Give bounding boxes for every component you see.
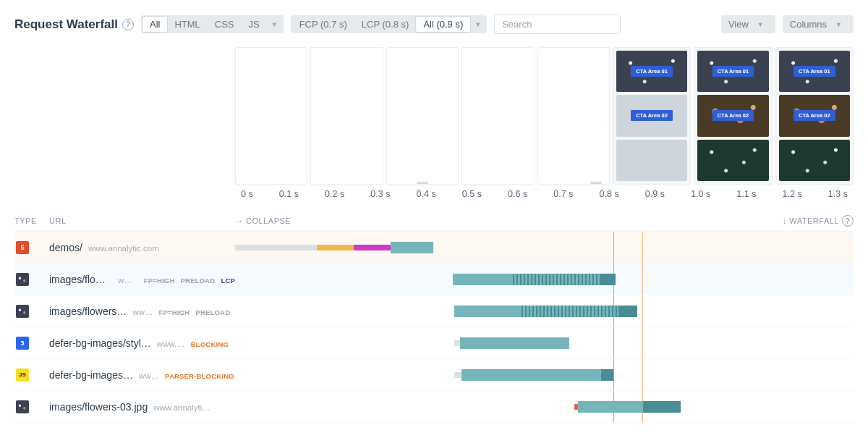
timing-segment: [354, 245, 391, 250]
filmstrip-frame[interactable]: CTA Area 01CTA Area 02: [694, 47, 772, 185]
fcp-marker: [613, 327, 614, 358]
column-waterfall[interactable]: ↓ WATERFALL ?: [783, 215, 854, 227]
request-host: ww…: [139, 371, 159, 380]
filmstrip-thumbnail: CTA Area 02: [779, 95, 850, 136]
request-tag: FP=HIGH: [144, 277, 175, 285]
cta-label: CTA Area 02: [631, 110, 673, 121]
resource-type-filter[interactable]: AllHTMLCSSJS▼: [141, 15, 284, 33]
lcp-marker: [642, 264, 643, 295]
timing-segment: [522, 306, 618, 317]
collapse-toggle[interactable]: → COLLAPSE: [235, 216, 291, 225]
header: Request Waterfall ? AllHTMLCSSJS▼ FCP (0…: [14, 14, 854, 34]
axis-tick: 1.2 s: [783, 189, 802, 199]
request-tag: LCP: [221, 277, 235, 285]
request-path: defer-bg-images…: [49, 369, 133, 381]
column-type[interactable]: TYPE: [14, 216, 49, 225]
filmstrip-thumbnail: [616, 140, 687, 181]
axis-tick: 0 s: [241, 189, 253, 199]
filmstrip-frame[interactable]: [386, 47, 459, 185]
timeline-axis: 0 s0.1 s0.2 s0.3 s0.4 s0.5 s0.6 s0.7 s0.…: [235, 189, 854, 199]
filmstrip-frame[interactable]: CTA Area 01CTA Area 02: [775, 47, 854, 185]
request-path: images/flow…: [49, 274, 112, 285]
lcp-marker: [642, 232, 643, 263]
timing-filter-option[interactable]: All (0.9 s): [416, 17, 470, 32]
cta-label: CTA Area 01: [793, 66, 835, 77]
timing-segment: [453, 274, 513, 285]
fcp-marker: [613, 232, 614, 263]
request-tag: FP=HIGH: [159, 308, 190, 316]
chevron-down-icon: ▼: [831, 21, 846, 28]
cta-label: CTA Area 01: [631, 66, 673, 77]
axis-tick: 0.5 s: [462, 189, 482, 199]
timing-segment: [317, 245, 354, 250]
request-row[interactable]: defer-bg-images/styl…www.…BLOCKING: [14, 327, 854, 359]
axis-tick: 0.3 s: [370, 189, 390, 199]
timing-segment: [235, 245, 317, 250]
filmstrip-thumbnail: CTA Area 01: [779, 51, 850, 92]
request-host: ww…: [118, 276, 138, 285]
timing-segment: [578, 401, 644, 413]
request-path: demos/: [49, 242, 82, 253]
request-tag: PARSER-BLOCKING: [165, 372, 234, 380]
table-header: TYPE URL → COLLAPSE ↓ WATERFALL ?: [14, 211, 854, 232]
filmstrip-frame[interactable]: CTA Area 01CTA Area 02: [613, 47, 691, 185]
timing-filter-option[interactable]: FCP (0.7 s): [292, 17, 354, 32]
html-icon: [16, 241, 29, 254]
axis-tick: 0.6 s: [508, 189, 527, 199]
timing-segment: [513, 274, 601, 285]
filmstrip-frame[interactable]: [461, 47, 534, 185]
timing-segment: [643, 401, 680, 413]
request-path: images/flowers…: [49, 306, 127, 317]
js-icon: [16, 368, 29, 382]
axis-tick: 1.1 s: [736, 189, 756, 199]
help-icon[interactable]: ?: [122, 19, 134, 30]
timing-filter-option[interactable]: LCP (0.8 s): [354, 17, 417, 32]
request-row[interactable]: images/flowers…ww…FP=HIGHPRELOAD: [14, 295, 854, 327]
cta-label: CTA Area 01: [712, 66, 754, 77]
filmstrip-thumbnail: CTA Area 02: [697, 95, 768, 136]
lcp-marker: [642, 327, 643, 358]
request-row[interactable]: images/flowers-03.jpgwww.annalyti…: [14, 391, 854, 423]
help-icon[interactable]: ?: [842, 215, 854, 227]
img-icon: [16, 400, 29, 413]
resource-filter-option[interactable]: JS: [242, 17, 267, 32]
axis-tick: 1.0 s: [691, 189, 710, 199]
view-dropdown[interactable]: View▼: [721, 15, 775, 33]
axis-tick: 0.9 s: [645, 189, 665, 199]
request-path: defer-bg-images/styl…: [49, 337, 151, 349]
timing-segment: [601, 369, 613, 381]
img-icon: [16, 305, 29, 318]
timing-segment: [460, 337, 569, 349]
axis-tick: 0.8 s: [600, 189, 619, 199]
request-row[interactable]: demos/www.annalytic.com: [14, 232, 854, 264]
timing-segment: [454, 372, 461, 378]
timing-filter[interactable]: FCP (0.7 s)LCP (0.8 s)All (0.9 s)▼: [291, 15, 488, 33]
filmstrip-frame[interactable]: [537, 47, 610, 185]
request-row[interactable]: defer-bg-images…ww…PARSER-BLOCKING: [14, 359, 854, 391]
filmstrip-frame[interactable]: [310, 47, 383, 185]
resource-filter-option[interactable]: CSS: [208, 17, 242, 32]
request-rows: demos/www.annalytic.comimages/flow…ww…FP…: [14, 232, 854, 423]
axis-tick: 0.1 s: [279, 189, 299, 199]
chevron-down-icon[interactable]: ▼: [267, 21, 282, 28]
filmstrip-thumbnail: [779, 140, 850, 181]
timing-segment: [461, 369, 601, 381]
request-host: www.annalytic.com: [88, 244, 159, 253]
cta-label: CTA Area 02: [712, 110, 754, 121]
filmstrip-frame[interactable]: [235, 47, 307, 185]
resource-filter-option[interactable]: All: [142, 17, 167, 32]
axis-tick: 0.7 s: [553, 189, 573, 199]
columns-dropdown[interactable]: Columns▼: [783, 15, 854, 33]
filmstrip-thumbnail: CTA Area 01: [697, 51, 768, 92]
timing-segment: [454, 306, 522, 317]
search-input[interactable]: [494, 14, 621, 34]
column-url[interactable]: URL: [49, 216, 235, 225]
request-path: images/flowers-03.jpg: [49, 401, 148, 413]
lcp-marker: [642, 359, 643, 390]
request-host: ww…: [132, 308, 153, 316]
timing-segment: [618, 306, 637, 317]
request-host: www.…: [157, 340, 185, 348]
resource-filter-option[interactable]: HTML: [167, 17, 207, 32]
request-row[interactable]: images/flow…ww…FP=HIGHPRELOADLCP: [14, 264, 854, 295]
chevron-down-icon[interactable]: ▼: [470, 21, 485, 28]
